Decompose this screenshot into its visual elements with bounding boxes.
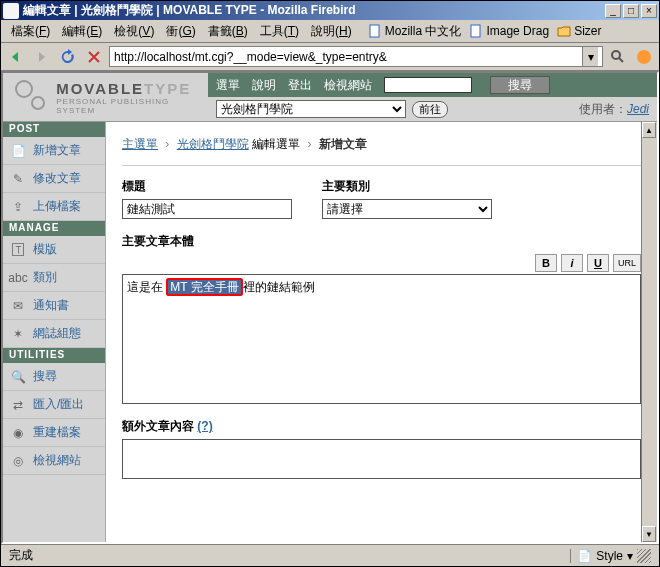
- bc-blog[interactable]: 光劍格鬥學院: [177, 137, 249, 151]
- breadcrumb: 主選單 › 光劍格鬥學院 編輯選單 › 新增文章: [122, 132, 641, 165]
- reload-icon: [60, 49, 76, 65]
- scroll-up[interactable]: ▲: [642, 122, 656, 138]
- sidebar-item-new-entry[interactable]: 📄新增文章: [3, 137, 105, 165]
- bc-current: 新增文章: [319, 137, 367, 151]
- menu-tools[interactable]: 工具(T): [254, 21, 305, 42]
- minimize-button[interactable]: _: [605, 4, 621, 18]
- maximize-button[interactable]: □: [623, 4, 639, 18]
- blog-select[interactable]: 光劍格鬥學院: [216, 100, 406, 118]
- extended-textarea[interactable]: [122, 439, 641, 479]
- category-select[interactable]: 請選擇: [322, 199, 492, 219]
- sidebar-item-category[interactable]: abc類別: [3, 264, 105, 292]
- svg-line-3: [619, 58, 623, 62]
- doc-icon: 📄: [9, 142, 27, 160]
- url-dropdown[interactable]: ▾: [582, 47, 598, 66]
- folder-icon: [557, 24, 571, 38]
- go-button[interactable]: 前往: [412, 101, 448, 118]
- sidebar-item-viewsite[interactable]: ◎檢視網站: [3, 447, 105, 475]
- extended-label: 額外文章內容 (?): [122, 418, 641, 435]
- user-label: 使用者：Jedi: [579, 101, 649, 118]
- edit-icon: ✎: [9, 170, 27, 188]
- style-switcher[interactable]: 📄Style▾: [570, 549, 633, 563]
- help-link[interactable]: (?): [197, 419, 212, 433]
- mt-search-input[interactable]: [384, 77, 472, 93]
- doc-icon: [368, 24, 382, 38]
- window-title: 編輯文章 | 光劍格鬥學院 | MOVABLE TYPE - Mozilla F…: [23, 2, 603, 19]
- nav-help[interactable]: 說明: [252, 77, 276, 94]
- sidebar-item-upload[interactable]: ⇪上傳檔案: [3, 193, 105, 221]
- firebird-icon: [635, 48, 653, 66]
- forward-icon: [34, 49, 50, 65]
- vertical-scrollbar[interactable]: ▲ ▼: [641, 122, 657, 542]
- italic-button[interactable]: i: [561, 254, 583, 272]
- search-icon: [610, 49, 626, 65]
- mt-logo: MOVABLETYPE PERSONAL PUBLISHING SYSTEM: [3, 73, 208, 121]
- menu-bookmarks[interactable]: 書籤(B): [202, 21, 254, 42]
- title-label: 標題: [122, 178, 292, 195]
- back-button[interactable]: [5, 46, 27, 68]
- menubar: 檔案(F) 編輯(E) 檢視(V) 衝(G) 書籤(B) 工具(T) 說明(H)…: [1, 20, 659, 43]
- app-icon: [3, 3, 19, 19]
- nav-logout[interactable]: 登出: [288, 77, 312, 94]
- sidebar-item-edit-entry[interactable]: ✎修改文章: [3, 165, 105, 193]
- sidebar-item-rebuild[interactable]: ◉重建檔案: [3, 419, 105, 447]
- forward-button[interactable]: [31, 46, 53, 68]
- body-textarea[interactable]: 這是在 MT 完全手冊裡的鏈結範例: [122, 274, 641, 404]
- category-label: 主要類別: [322, 178, 492, 195]
- category-icon: abc: [9, 269, 27, 287]
- sidebar-header-post: POST: [3, 122, 105, 137]
- view-icon: ◎: [9, 452, 27, 470]
- template-icon: 🅃: [9, 241, 27, 259]
- title-input[interactable]: [122, 199, 292, 219]
- bc-main[interactable]: 主選單: [122, 137, 158, 151]
- reload-button[interactable]: [57, 46, 79, 68]
- svg-point-4: [637, 50, 651, 64]
- mt-header: MOVABLETYPE PERSONAL PUBLISHING SYSTEM 選…: [3, 73, 657, 122]
- menu-go[interactable]: 衝(G): [160, 21, 201, 42]
- bookmark-sizer[interactable]: Sizer: [553, 22, 605, 40]
- underline-button[interactable]: U: [587, 254, 609, 272]
- bold-button[interactable]: B: [535, 254, 557, 272]
- selected-text: MT 完全手冊: [166, 278, 242, 296]
- toolbar: ▾: [1, 43, 659, 71]
- url-input[interactable]: [114, 50, 582, 64]
- bookmark-imagedrag[interactable]: Image Drag: [465, 22, 553, 40]
- mt-search-button[interactable]: 搜尋: [490, 76, 550, 94]
- menu-file[interactable]: 檔案(F): [5, 21, 56, 42]
- url-bar[interactable]: ▾: [109, 46, 603, 67]
- nav-viewsite[interactable]: 檢視網站: [324, 77, 372, 94]
- upload-icon: ⇪: [9, 198, 27, 216]
- sidebar-header-manage: MANAGE: [3, 221, 105, 236]
- logo-main: MOVABLE: [56, 80, 144, 97]
- stop-button[interactable]: [83, 46, 105, 68]
- url-button[interactable]: URL: [613, 254, 641, 272]
- scroll-down[interactable]: ▼: [642, 526, 656, 542]
- divider: [122, 165, 641, 166]
- main-panel: 主選單 › 光劍格鬥學院 編輯選單 › 新增文章 標題 主要類別 請選擇: [106, 122, 657, 542]
- bookmark-mozilla[interactable]: Mozilla 中文化: [364, 21, 466, 42]
- throbber: [633, 46, 655, 68]
- menu-view[interactable]: 檢視(V): [108, 21, 160, 42]
- search-button[interactable]: [607, 46, 629, 68]
- sidebar-item-template[interactable]: 🅃模版: [3, 236, 105, 264]
- window-titlebar: 編輯文章 | 光劍格鬥學院 | MOVABLE TYPE - Mozilla F…: [1, 1, 659, 20]
- statusbar: 完成 📄Style▾: [1, 544, 659, 566]
- sidebar-item-config[interactable]: ✶網誌組態: [3, 320, 105, 348]
- gear-icon: ✶: [9, 325, 27, 343]
- mail-icon: ✉: [9, 297, 27, 315]
- nav-menu[interactable]: 選單: [216, 77, 240, 94]
- gears-icon: [13, 78, 50, 116]
- user-link[interactable]: Jedi: [627, 102, 649, 116]
- menu-edit[interactable]: 編輯(E): [56, 21, 108, 42]
- close-button[interactable]: ×: [641, 4, 657, 18]
- body-label: 主要文章本體: [122, 233, 641, 250]
- resize-grip[interactable]: [637, 549, 651, 563]
- sidebar-item-search[interactable]: 🔍搜尋: [3, 363, 105, 391]
- rebuild-icon: ◉: [9, 424, 27, 442]
- sidebar-header-utilities: UTILITIES: [3, 348, 105, 363]
- menu-help[interactable]: 說明(H): [305, 21, 358, 42]
- sidebar-item-notify[interactable]: ✉通知書: [3, 292, 105, 320]
- sidebar: POST 📄新增文章 ✎修改文章 ⇪上傳檔案 MANAGE 🅃模版 abc類別 …: [3, 122, 106, 542]
- sidebar-item-import[interactable]: ⇄匯入/匯出: [3, 391, 105, 419]
- search-icon: 🔍: [9, 368, 27, 386]
